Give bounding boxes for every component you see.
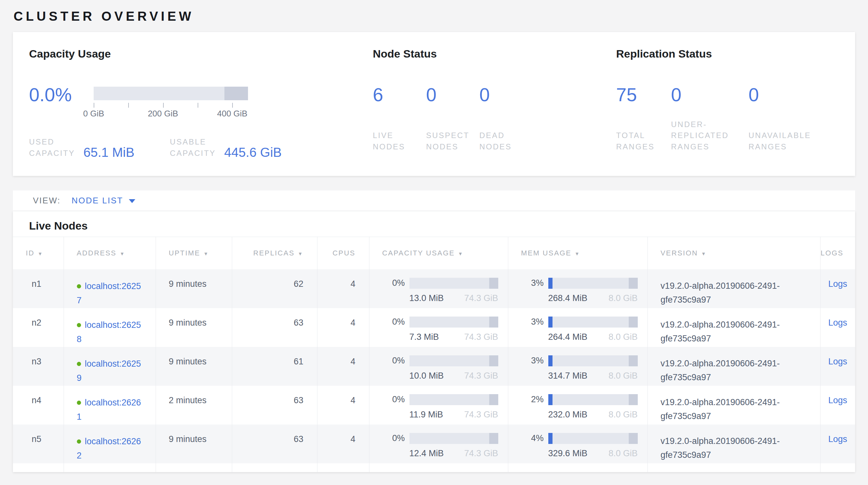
node-uptime: 9 minutes <box>156 308 232 347</box>
node-id: n5 <box>13 425 64 463</box>
node-uptime: 9 minutes <box>156 347 232 386</box>
node-live-status-icon <box>77 401 81 405</box>
node-cpus: 4 <box>317 347 369 386</box>
live-nodes-title: Live Nodes <box>29 220 839 232</box>
node-address-link[interactable]: localhost:26259 <box>77 359 141 383</box>
capacity-usage-title: Capacity Usage <box>29 48 373 60</box>
memory-bar <box>548 278 638 289</box>
capacity-bar <box>409 317 498 327</box>
node-logs-link[interactable]: Logs <box>828 318 847 327</box>
memory-bar <box>548 355 638 366</box>
node-capacity-usage: 0% 10.0 MiB74.3 GiB <box>369 347 508 386</box>
node-logs-link[interactable]: Logs <box>828 434 847 444</box>
node-logs-link[interactable]: Logs <box>828 279 847 289</box>
node-capacity-usage: 0% 7.3 MiB74.3 GiB <box>369 308 508 347</box>
node-replicas: 63 <box>232 425 317 463</box>
usable-capacity-label-line2: CAPACITY <box>170 148 216 159</box>
node-version: v19.2.0-alpha.20190606-2491-gfe735c9a97 <box>647 269 820 308</box>
column-header-replicas[interactable]: REPLICAS▼ <box>232 237 317 269</box>
node-address-link[interactable]: localhost:26261 <box>77 398 141 422</box>
live-nodes-card: Live Nodes ID▼ ADDRESS▼ UPTIME▼ REPLICAS… <box>13 211 855 472</box>
node-id: n3 <box>13 347 64 386</box>
total-ranges-label: TOTAL RANGES <box>616 130 671 152</box>
node-status-title: Node Status <box>373 48 616 60</box>
column-header-mem-usage[interactable]: MEM USAGE▼ <box>508 237 647 269</box>
node-uptime: 9 minutes <box>156 425 232 463</box>
replication-status-title: Replication Status <box>616 48 839 60</box>
live-nodes-label: LIVE NODES <box>373 130 426 152</box>
sort-caret-icon[interactable]: ▼ <box>298 251 303 256</box>
node-replicas: 63 <box>232 308 317 347</box>
usable-capacity-label-line1: USABLE <box>170 137 216 148</box>
under-replicated-ranges-label: UNDER- REPLICATED RANGES <box>671 119 748 152</box>
node-mem-usage: 3% 264.4 MiB8.0 GiB <box>508 308 647 347</box>
partially-visible-next-row <box>13 463 855 472</box>
node-replicas: 61 <box>232 347 317 386</box>
suspect-nodes-label: SUSPECT NODES <box>426 130 479 152</box>
usable-capacity-value: 445.6 GiB <box>224 145 282 160</box>
capacity-axis-ticks <box>94 100 248 109</box>
sort-caret-icon[interactable]: ▼ <box>458 251 463 256</box>
node-live-status-icon <box>77 284 81 288</box>
dead-nodes-label: DEAD NODES <box>479 130 557 152</box>
view-label: VIEW: <box>33 196 61 206</box>
node-uptime: 9 minutes <box>156 269 232 308</box>
capacity-bar <box>409 278 498 289</box>
node-cpus: 4 <box>317 386 369 425</box>
node-address-link[interactable]: localhost:26258 <box>77 320 141 344</box>
used-capacity-value: 65.1 MiB <box>83 145 134 160</box>
node-live-status-icon <box>77 439 81 444</box>
column-header-id[interactable]: ID▼ <box>13 237 64 269</box>
node-mem-usage: 4% 329.6 MiB8.0 GiB <box>508 425 647 463</box>
table-row-n5: n5 localhost:26262 9 minutes 63 4 0% 12.… <box>13 425 855 463</box>
memory-bar <box>548 317 638 327</box>
node-capacity-usage: 0% 13.0 MiB74.3 GiB <box>369 269 508 308</box>
dead-nodes-count: 0 <box>479 85 557 104</box>
capacity-bar-track <box>94 87 248 100</box>
node-logs-link[interactable]: Logs <box>828 395 847 405</box>
node-replicas: 63 <box>232 386 317 425</box>
column-header-cpus: CPUS <box>317 237 369 269</box>
live-nodes-table: ID▼ ADDRESS▼ UPTIME▼ REPLICAS▼ CPUS CAPA… <box>13 237 855 463</box>
capacity-bar-reserved-segment <box>224 87 248 100</box>
usable-capacity-stat: USABLE CAPACITY 445.6 GiB <box>170 137 282 159</box>
node-address-link[interactable]: localhost:26257 <box>77 281 141 306</box>
column-header-address[interactable]: ADDRESS▼ <box>64 237 156 269</box>
table-row-n3: n3 localhost:26259 9 minutes 61 4 0% 10.… <box>13 347 855 386</box>
node-id: n4 <box>13 386 64 425</box>
node-logs-link[interactable]: Logs <box>828 356 847 366</box>
node-version: v19.2.0-alpha.20190606-2491-gfe735c9a97 <box>647 347 820 386</box>
memory-bar <box>548 433 638 444</box>
page-title: CLUSTER OVERVIEW <box>13 9 855 24</box>
column-header-uptime[interactable]: UPTIME▼ <box>156 237 232 269</box>
live-nodes-count: 6 <box>373 85 426 104</box>
sort-caret-icon[interactable]: ▼ <box>120 251 125 256</box>
capacity-usage-bar: 0 GiB 200 GiB 400 GiB <box>94 87 248 120</box>
table-row-n1: n1 localhost:26257 9 minutes 62 4 0% 13.… <box>13 269 855 308</box>
sort-caret-icon[interactable]: ▼ <box>575 251 580 256</box>
replication-status-section: Replication Status 75 0 0 TOTAL RANGES U… <box>616 48 839 176</box>
sort-caret-icon[interactable]: ▼ <box>701 251 707 256</box>
view-selector-value[interactable]: NODE LIST <box>72 196 123 206</box>
tick-label-0gib: 0 GiB <box>83 109 104 119</box>
suspect-nodes-count: 0 <box>426 85 479 104</box>
node-address-link[interactable]: localhost:26262 <box>77 436 141 461</box>
node-status-section: Node Status 6 0 0 LIVE NODES SUSPECT NOD… <box>373 48 616 176</box>
capacity-bar <box>409 394 498 405</box>
used-capacity-stat: USED CAPACITY 65.1 MiB <box>29 137 134 159</box>
cluster-overview-page: CLUSTER OVERVIEW Capacity Usage 0.0% <box>0 0 868 472</box>
node-live-status-icon <box>77 362 81 366</box>
memory-bar <box>548 394 638 405</box>
chevron-down-icon[interactable] <box>129 199 135 203</box>
sort-caret-icon[interactable]: ▼ <box>38 251 43 256</box>
view-selector-dropdown[interactable]: NODE LIST <box>72 196 135 206</box>
column-header-capacity-usage[interactable]: CAPACITY USAGE▼ <box>369 237 508 269</box>
unavailable-ranges-count: 0 <box>748 85 839 104</box>
table-row-n2: n2 localhost:26258 9 minutes 63 4 0% 7.3… <box>13 308 855 347</box>
node-cpus: 4 <box>317 269 369 308</box>
column-header-version[interactable]: VERSION▼ <box>647 237 820 269</box>
node-version: v19.2.0-alpha.20190606-2491-gfe735c9a97 <box>647 425 820 463</box>
node-version: v19.2.0-alpha.20190606-2491-gfe735c9a97 <box>647 308 820 347</box>
node-cpus: 4 <box>317 425 369 463</box>
sort-caret-icon[interactable]: ▼ <box>204 251 209 256</box>
